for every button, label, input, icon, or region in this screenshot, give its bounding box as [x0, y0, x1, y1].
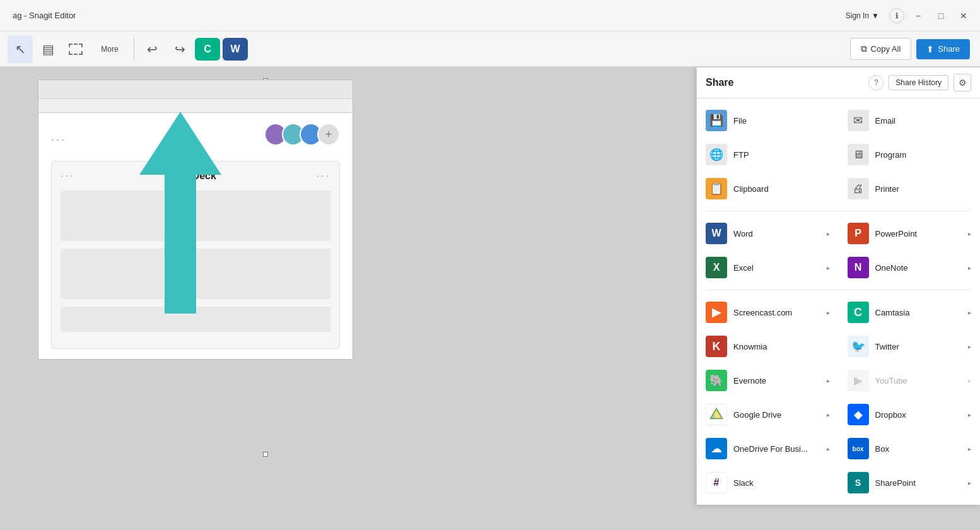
word-share-label: Word — [733, 229, 820, 238]
undo-button[interactable]: ↩ — [139, 35, 165, 63]
program-label: Program — [875, 150, 972, 160]
dropbox-label: Dropbox — [875, 410, 962, 420]
share-grid-office: W Word ▸ P PowerPoint ▸ X Excel ▸ — [697, 211, 980, 290]
add-member-button[interactable]: + — [317, 123, 340, 146]
share-item-screencast[interactable]: ▶ Screencast.com ▸ — [697, 295, 839, 329]
powerpoint-icon: P — [848, 223, 869, 244]
program-icon: 🖥 — [848, 144, 869, 165]
marquee-tool-button[interactable] — [63, 35, 88, 63]
share-item-youtube[interactable]: ▶ YouTube ▸ — [839, 363, 981, 398]
twitter-icon: 🐦 — [848, 336, 869, 357]
share-item-clipboard[interactable]: 📋 Clipboard — [697, 172, 839, 206]
share-item-email[interactable]: ✉ Email — [839, 103, 981, 138]
share-item-knowmia[interactable]: K Knowmia — [697, 329, 839, 363]
dropbox-chevron-icon: ▸ — [968, 411, 971, 418]
share-item-program[interactable]: 🖥 Program — [839, 138, 981, 172]
share-button[interactable]: ⬆ Share — [916, 39, 970, 59]
share-history-button[interactable]: Share History — [889, 75, 948, 90]
share-item-powerpoint[interactable]: P PowerPoint ▸ — [839, 216, 981, 250]
toolbar: ↖ ▤ More ↩ ↪ C W ⧉ Copy All ⬆ Share — [0, 32, 980, 67]
minimize-button[interactable]: − — [909, 7, 927, 25]
knowmia-icon: K — [706, 336, 727, 357]
help-button[interactable]: ? — [868, 75, 884, 90]
share-item-googledrive[interactable]: G Google Drive ▸ — [697, 398, 839, 432]
canvas-dot-menu[interactable]: ··· — [51, 133, 66, 146]
googledrive-label: Google Drive — [733, 410, 820, 420]
onenote-chevron-icon: ▸ — [968, 264, 971, 271]
share-item-camtasia[interactable]: C Camtasia ▸ — [839, 295, 981, 329]
onenote-icon: N — [848, 257, 869, 278]
dropdown-arrow-icon: ▼ — [872, 11, 879, 20]
toolbar-divider — [134, 38, 134, 61]
redo-button[interactable]: ↪ — [167, 35, 192, 63]
card-dot-menu-right[interactable]: ··· — [317, 170, 330, 182]
word-button[interactable]: W — [223, 38, 248, 61]
onedrive-icon: ☁ — [706, 438, 727, 459]
redo-icon: ↪ — [175, 42, 185, 57]
select-icon: ↖ — [15, 42, 26, 57]
share-item-evernote[interactable]: 🐘 Evernote ▸ — [697, 363, 839, 398]
email-icon: ✉ — [848, 110, 869, 131]
printer-label: Printer — [875, 184, 972, 194]
more-label: More — [101, 45, 118, 54]
camtasia-icon: C — [204, 44, 211, 55]
onenote-label: OneNote — [875, 263, 962, 273]
canvas-sub-bar — [38, 99, 353, 113]
knowmia-label: Knowmia — [733, 342, 830, 351]
undo-icon: ↩ — [147, 42, 158, 57]
settings-button[interactable]: ⚙ — [954, 74, 971, 91]
list-tool-button[interactable]: ▤ — [35, 35, 61, 63]
main-area: ··· + ··· — [0, 67, 980, 530]
screencast-chevron-icon: ▸ — [827, 309, 830, 316]
maximize-button[interactable]: □ — [932, 7, 950, 25]
share-item-sharepoint[interactable]: S SharePoint ▸ — [839, 466, 981, 500]
share-panel: Share ? Share History ⚙ 💾 File ✉ Email — [696, 67, 980, 505]
svg-text:G: G — [712, 415, 715, 419]
share-item-excel[interactable]: X Excel ▸ — [697, 250, 839, 285]
card-dot-menu-left[interactable]: ··· — [61, 170, 74, 182]
app-title: ag - Snagit Editor — [13, 11, 76, 20]
camtasia-chevron-icon: ▸ — [968, 309, 971, 316]
ftp-icon: 🌐 — [706, 144, 727, 165]
share-item-onedrive[interactable]: ☁ OneDrive For Busi... ▸ — [697, 432, 839, 466]
share-item-printer[interactable]: 🖨 Printer — [839, 172, 981, 206]
select-tool-button[interactable]: ↖ — [8, 35, 33, 63]
share-item-file[interactable]: 💾 File — [697, 103, 839, 138]
copy-icon: ⧉ — [861, 44, 867, 54]
sharepoint-chevron-icon: ▸ — [968, 480, 971, 486]
onedrive-chevron-icon: ▸ — [827, 445, 830, 452]
copy-all-button[interactable]: ⧉ Copy All — [850, 38, 912, 60]
excel-label: Excel — [733, 263, 820, 273]
teal-arrow — [139, 112, 221, 316]
camtasia-share-icon: C — [848, 302, 869, 323]
more-button[interactable]: More — [91, 35, 129, 63]
share-item-slack[interactable]: # Slack — [697, 466, 839, 500]
share-item-word[interactable]: W Word ▸ — [697, 216, 839, 250]
evernote-label: Evernote — [733, 376, 820, 386]
youtube-label: YouTube — [875, 376, 962, 386]
share-panel-header: Share ? Share History ⚙ — [697, 68, 980, 98]
word-icon: W — [230, 44, 240, 55]
email-label: Email — [875, 116, 972, 126]
onedrive-label: OneDrive For Busi... — [733, 444, 820, 454]
toolbar-actions: ⧉ Copy All ⬆ Share — [850, 38, 970, 60]
close-button[interactable]: ✕ — [955, 7, 972, 25]
sign-in-button[interactable]: Sign In ▼ — [846, 11, 879, 20]
avatar-group: + — [264, 123, 340, 146]
word-chevron-icon: ▸ — [827, 230, 830, 237]
word-share-icon: W — [706, 223, 727, 244]
share-panel-title: Share — [706, 77, 863, 88]
googledrive-chevron-icon: ▸ — [827, 411, 830, 418]
evernote-chevron-icon: ▸ — [827, 377, 830, 384]
excel-icon: X — [706, 257, 727, 278]
share-item-box[interactable]: box Box ▸ — [839, 432, 981, 466]
share-item-twitter[interactable]: 🐦 Twitter ▸ — [839, 329, 981, 363]
clipboard-label: Clipboard — [733, 184, 830, 194]
sharepoint-icon: S — [848, 472, 869, 493]
info-button[interactable]: ℹ — [889, 8, 904, 23]
camtasia-button[interactable]: C — [195, 38, 220, 61]
youtube-chevron-icon: ▸ — [968, 377, 971, 384]
share-item-onenote[interactable]: N OneNote ▸ — [839, 250, 981, 285]
share-item-ftp[interactable]: 🌐 FTP — [697, 138, 839, 172]
share-item-dropbox[interactable]: ◆ Dropbox ▸ — [839, 398, 981, 432]
